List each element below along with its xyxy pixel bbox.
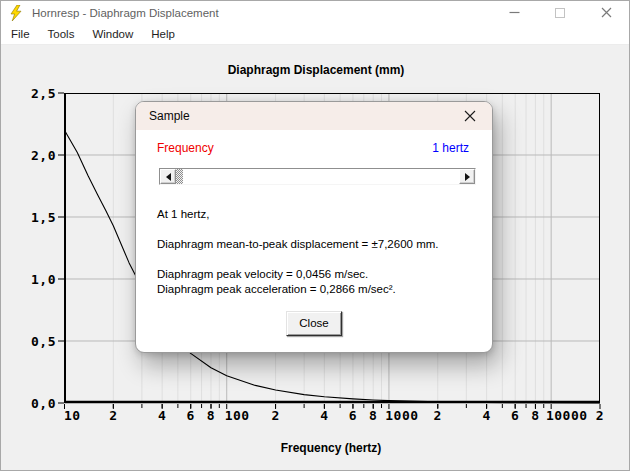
minimize-icon: [509, 7, 520, 18]
dialog-body: Frequency 1 hertz At 1 hertz, Diaphragm …: [136, 141, 492, 336]
svg-text:6: 6: [187, 408, 195, 423]
close-window-button[interactable]: [583, 1, 629, 24]
menubar: File Tools Window Help: [1, 24, 629, 45]
velocity-line: Diaphragm peak velocity = 0,0456 m/sec.: [157, 267, 471, 281]
chart-title: Diaphragm Displacement (mm): [1, 63, 630, 77]
svg-text:4: 4: [482, 408, 490, 423]
svg-text:4: 4: [158, 408, 166, 423]
svg-text:1000: 1000: [385, 408, 418, 423]
minimize-button[interactable]: [491, 1, 537, 24]
dialog-titlebar: Sample: [136, 102, 492, 130]
svg-text:6: 6: [349, 408, 357, 423]
menu-item-file[interactable]: File: [2, 25, 39, 43]
svg-text:10000: 10000: [546, 408, 588, 423]
displacement-line: Diaphragm mean-to-peak displacement = ±7…: [157, 237, 471, 251]
dialog-close-button[interactable]: [461, 107, 479, 125]
dialog-close-icon: [464, 110, 476, 122]
acceleration-line: Diaphragm peak acceleration = 0,2866 m/s…: [157, 282, 471, 296]
menu-item-help[interactable]: Help: [142, 25, 184, 43]
close-icon: [601, 7, 612, 18]
maximize-icon: [555, 8, 565, 18]
scrollbar-thumb[interactable]: [176, 169, 183, 184]
svg-text:8: 8: [531, 408, 539, 423]
window-titlebar: Hornresp - Diaphragm Displacement: [1, 1, 629, 24]
sample-dialog: Sample Frequency 1 hertz At 1: [135, 101, 493, 353]
svg-text:6: 6: [511, 408, 519, 423]
window-controls: [491, 1, 629, 24]
frequency-value: 1 hertz: [432, 141, 469, 155]
x-axis-title: Frequency (hertz): [31, 441, 630, 455]
maximize-button[interactable]: [537, 1, 583, 24]
svg-text:2: 2: [434, 408, 442, 423]
svg-text:1,5: 1,5: [31, 210, 56, 225]
scrollbar-right-button[interactable]: [459, 169, 475, 184]
window-title: Hornresp - Diaphragm Displacement: [32, 7, 219, 19]
svg-text:8: 8: [207, 408, 215, 423]
svg-text:2: 2: [596, 408, 604, 423]
svg-text:2,0: 2,0: [31, 148, 56, 163]
scrollbar-track[interactable]: [176, 169, 459, 184]
scroll-left-icon: [166, 173, 171, 181]
frequency-row: Frequency 1 hertz: [157, 141, 471, 155]
svg-text:0,0: 0,0: [31, 396, 56, 411]
svg-text:2: 2: [109, 408, 117, 423]
svg-text:10: 10: [64, 408, 81, 423]
svg-text:1,0: 1,0: [31, 272, 56, 287]
svg-text:2,5: 2,5: [31, 86, 56, 101]
svg-text:100: 100: [225, 408, 250, 423]
close-dialog-button[interactable]: Close: [286, 311, 342, 336]
frequency-scrollbar[interactable]: [159, 168, 476, 185]
app-window: Hornresp - Diaphragm Displacement File T…: [0, 0, 630, 471]
svg-text:2: 2: [271, 408, 279, 423]
frequency-label: Frequency: [157, 141, 214, 155]
svg-text:8: 8: [369, 408, 377, 423]
menu-item-tools[interactable]: Tools: [39, 25, 84, 43]
scroll-right-icon: [465, 173, 470, 181]
menu-item-window[interactable]: Window: [83, 25, 142, 43]
app-lightning-icon: [9, 5, 23, 21]
svg-text:4: 4: [320, 408, 328, 423]
dialog-title: Sample: [149, 109, 190, 123]
svg-text:0,5: 0,5: [31, 334, 56, 349]
at-frequency-line: At 1 hertz,: [157, 207, 471, 221]
scrollbar-left-button[interactable]: [160, 169, 176, 184]
